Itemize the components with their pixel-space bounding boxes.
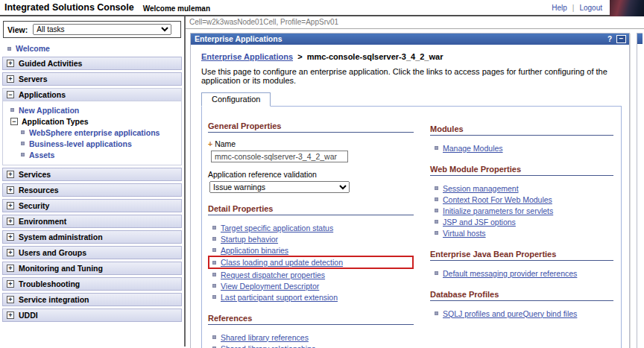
sidebar-section-services[interactable]: + Services [2, 168, 182, 181]
link-label[interactable]: Application binaries [221, 246, 288, 255]
link-application-binaries[interactable]: Application binaries [212, 244, 414, 256]
link-session-management[interactable]: Session management [435, 183, 613, 194]
left-column: General Properties +Name Application ref… [208, 121, 414, 348]
sidebar-section-uddi[interactable]: + UDDI [2, 309, 182, 322]
expand-icon[interactable]: + [7, 218, 14, 225]
bullet-icon [435, 311, 438, 315]
portlet-help-icon[interactable]: ? [606, 35, 613, 43]
navigation-tree: Welcome + Guided Activities + Servers − … [0, 43, 184, 322]
link-last-participant-support-extension[interactable]: Last participant support extension [212, 291, 414, 303]
collapse-icon[interactable]: − [10, 118, 18, 125]
collapse-icon[interactable]: − [7, 91, 14, 98]
link-manage-modules[interactable]: Manage Modules [435, 142, 613, 154]
sidebar-section-servers[interactable]: + Servers [2, 72, 182, 86]
link-shared-library-references[interactable]: Shared library references [212, 332, 414, 343]
sidebar-section-troubleshooting[interactable]: + Troubleshooting [2, 277, 182, 291]
link-jsp-and-jsf-options[interactable]: JSP and JSF options [435, 216, 613, 227]
logout-link[interactable]: Logout [579, 4, 602, 12]
link-label[interactable]: Shared library references [221, 333, 309, 342]
ref-validation-select[interactable]: Issue warnings [209, 181, 350, 193]
sidebar-section-monitoring-and-tuning[interactable]: + Monitoring and Tuning [2, 262, 182, 275]
link-label[interactable]: Session management [443, 184, 519, 193]
link-label[interactable]: Class loading and update detection [221, 258, 343, 267]
sidebar-section-users-and-groups[interactable]: + Users and Groups [2, 246, 182, 259]
link-label[interactable]: JSP and JSF options [443, 218, 516, 227]
link-view-deployment-descriptor[interactable]: View Deployment Descriptor [212, 280, 414, 291]
breadcrumb-current: mmc-console-sqlserver-3_4_2_war [307, 52, 443, 61]
link-label[interactable]: Manage Modules [443, 144, 503, 153]
bullet-icon [435, 186, 438, 190]
section-label: Applications [19, 90, 66, 99]
top-banner: Integrated Solutions Console Welcome mul… [0, 0, 644, 16]
link-shared-library-relationships[interactable]: Shared library relationships [212, 343, 414, 348]
bullet-icon [435, 209, 438, 212]
link-label[interactable]: Shared library relationships [221, 344, 315, 348]
portlet-title: Enterprise Applications [195, 34, 282, 43]
link-request-dispatcher-properties[interactable]: Request dispatcher properties [212, 269, 414, 280]
link-class-loading-and-update-detection[interactable]: Class loading and update detection [212, 257, 409, 268]
sidebar-section-environment[interactable]: + Environment [2, 215, 182, 228]
sidebar-section-guided-activities[interactable]: + Guided Activities [2, 57, 182, 70]
link-context-root-for-web-modules[interactable]: Context Root For Web Modules [435, 194, 613, 205]
sidebar-item-websphere-enterprise-applications[interactable]: WebSphere enterprise applications [10, 127, 180, 138]
expand-icon[interactable]: + [7, 311, 14, 319]
database-profiles-links: SQLJ profiles and pureQuery bind files [435, 308, 613, 319]
navigation-sidebar: View: All tasks Welcome + Guided Activit… [0, 16, 186, 347]
link-label[interactable]: Target specific application status [221, 224, 333, 232]
sidebar-section-system-administration[interactable]: + System administration [2, 230, 182, 244]
expand-icon[interactable]: + [7, 171, 14, 178]
link-label[interactable]: SQLJ profiles and pureQuery bind files [443, 309, 577, 318]
link-target-specific-application-status[interactable]: Target specific application status [212, 222, 414, 233]
bullet-icon [212, 295, 216, 299]
link-sqlj-profiles-and-purequery-bind-files[interactable]: SQLJ profiles and pureQuery bind files [435, 308, 613, 319]
section-label: Service integration [19, 295, 89, 304]
view-select[interactable]: All tasks [33, 24, 171, 35]
sidebar-item-welcome[interactable]: Welcome [2, 43, 182, 57]
expand-icon[interactable]: + [7, 296, 14, 303]
sidebar-item-business-level-applications[interactable]: Business-level applications [10, 138, 180, 149]
expand-icon[interactable]: + [7, 280, 14, 288]
expand-icon[interactable]: + [7, 75, 14, 83]
expand-icon[interactable]: + [7, 265, 14, 272]
portlet-body: Enterprise Applications > mmc-console-sq… [191, 45, 629, 348]
configuration-tab-panel: General Properties +Name Application ref… [201, 106, 622, 348]
link-label[interactable]: Virtual hosts [443, 229, 486, 238]
link-label[interactable]: View Deployment Descriptor [221, 282, 319, 291]
portlet-minimize-icon[interactable]: − [616, 35, 626, 43]
view-label: View: [7, 25, 28, 34]
bullet-icon [435, 220, 438, 224]
sidebar-section-service-integration[interactable]: + Service integration [2, 293, 182, 306]
link-virtual-hosts[interactable]: Virtual hosts [435, 227, 613, 238]
link-initialize-parameters-for-servlets[interactable]: Initialize parameters for servlets [435, 205, 613, 216]
sidebar-item-assets[interactable]: Assets [10, 149, 180, 160]
link-label[interactable]: Initialize parameters for servlets [443, 206, 553, 215]
help-link[interactable]: Help [552, 4, 567, 12]
link-label[interactable]: Startup behavior [221, 235, 278, 244]
expand-icon[interactable]: + [7, 249, 14, 256]
breadcrumb-parent-link[interactable]: Enterprise Applications [201, 52, 293, 61]
link-startup-behavior[interactable]: Startup behavior [212, 233, 414, 244]
expand-icon[interactable]: + [7, 186, 14, 194]
expand-icon[interactable]: + [7, 60, 14, 67]
link-label[interactable]: Request dispatcher properties [221, 271, 325, 279]
sidebar-section-security[interactable]: + Security [2, 199, 182, 212]
expand-icon[interactable]: + [7, 233, 14, 241]
link-default-messaging-provider-references[interactable]: Default messaging provider references [435, 268, 613, 279]
tab-configuration[interactable]: Configuration [201, 92, 271, 107]
sidebar-item-label: New Application [19, 106, 79, 115]
sidebar-item-new-application[interactable]: New Application [10, 104, 180, 116]
application-name-input[interactable] [211, 151, 348, 162]
link-label[interactable]: Context Root For Web Modules [443, 195, 552, 204]
bullet-icon [435, 231, 438, 235]
sidebar-section-applications[interactable]: − Applications [3, 89, 181, 101]
link-label[interactable]: Default messaging provider references [443, 269, 577, 278]
sidebar-item-label: WebSphere enterprise applications [29, 128, 160, 137]
sidebar-section-resources[interactable]: + Resources [2, 183, 182, 197]
sidebar-item-application-types[interactable]: − Application Types [10, 116, 180, 127]
name-label-text: Name [215, 139, 236, 148]
link-label[interactable]: Last participant support extension [221, 293, 338, 302]
right-column: Modules Manage Modules Web Module Proper… [430, 121, 613, 348]
expand-icon[interactable]: + [7, 202, 14, 209]
bullet-icon [212, 284, 216, 288]
applications-subtree: New Application − Application Types WebS… [3, 101, 181, 165]
